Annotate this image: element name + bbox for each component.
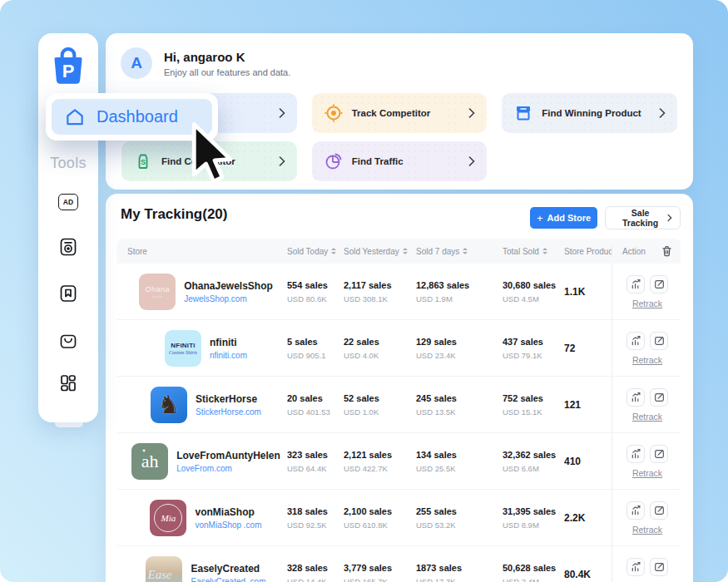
stats-button[interactable]	[626, 445, 645, 463]
total-sold-value: 30,680 sales	[503, 280, 564, 290]
total-sold-usd: USD 79.1K	[503, 351, 564, 360]
sold-7-days-value: 129 sales	[416, 337, 503, 347]
sort-icon	[542, 248, 547, 254]
product-scan-icon	[58, 237, 78, 257]
sale-tracking-label: Sale Tracking	[613, 208, 667, 228]
action-card-find-winning-product[interactable]: Find Winning Product	[502, 93, 677, 133]
svg-text:P: P	[62, 61, 75, 81]
column-header-store-products: Store Products	[564, 247, 612, 256]
store-logo: ♥ah	[131, 443, 168, 480]
store-logo: NFiNiTiCustom Shirts	[165, 330, 201, 367]
stats-button[interactable]	[626, 501, 645, 520]
chevron-right-icon	[279, 108, 285, 118]
column-header-sold-7-days[interactable]: Sold 7 days	[416, 247, 503, 256]
sold-7-days-value: 245 sales	[416, 393, 503, 403]
sidebar-item-ad-tool[interactable]: AD	[58, 191, 78, 213]
action-card-find-traffic[interactable]: Find Traffic	[312, 141, 488, 181]
trash-icon[interactable]	[661, 245, 672, 257]
sold-today-value: 328 sales	[287, 563, 344, 573]
sidebar-item-store[interactable]	[58, 329, 78, 351]
stats-button[interactable]	[626, 558, 645, 576]
chevron-right-icon	[667, 214, 672, 222]
total-sold-usd: USD 4.5M	[503, 294, 564, 303]
add-store-button[interactable]: + Add Store	[530, 207, 597, 229]
sort-icon	[331, 248, 336, 254]
edit-icon	[654, 505, 665, 515]
sidebar-item-product-scan[interactable]	[58, 236, 78, 258]
menu-item-dashboard[interactable]: Dashboard	[52, 99, 212, 135]
shopify-store-icon: S	[133, 151, 153, 171]
store-domain-link[interactable]: EaselyCreated .com	[191, 577, 265, 582]
column-header-total-sold[interactable]: Total Sold	[503, 247, 564, 256]
sold-7-days-usd: USD 17.3K	[416, 577, 503, 582]
tracking-title: My Tracking(20)	[121, 206, 228, 223]
retrack-link[interactable]: Retrack	[632, 525, 662, 535]
stats-button[interactable]	[626, 275, 645, 293]
avatar: A	[121, 47, 152, 79]
retrack-link[interactable]: Retrack	[632, 468, 662, 478]
store-products-count: 1.1K	[564, 286, 612, 298]
store-domain-link[interactable]: StickerHorse.com	[196, 407, 261, 417]
edit-button[interactable]	[650, 501, 668, 520]
svg-text:S: S	[141, 158, 146, 166]
edit-button[interactable]	[650, 558, 668, 576]
table-body: Ohanajewels OhanaJewelsShop JewelsShop.c…	[117, 264, 681, 582]
sale-tracking-button[interactable]: Sale Tracking	[605, 206, 681, 229]
retrack-link[interactable]: Retrack	[632, 298, 662, 308]
chevron-right-icon	[468, 108, 475, 118]
sold-yesterday-value: 2,117 sales	[344, 280, 416, 290]
total-sold-value: 31,395 sales	[503, 506, 564, 516]
store-name: StickerHorse	[196, 393, 261, 405]
edit-button[interactable]	[650, 388, 668, 407]
total-sold-value: 437 sales	[503, 337, 564, 347]
edit-icon	[654, 561, 665, 572]
edit-icon	[654, 279, 665, 289]
sold-today-value: 554 sales	[287, 280, 344, 290]
store-name: nfiniti	[210, 337, 247, 348]
apps-grid-icon	[58, 373, 78, 393]
sold-yesterday-value: 22 sales	[344, 337, 416, 347]
sold-today-usd: USD 905.1	[287, 351, 344, 360]
store-domain-link[interactable]: LoveFrom.com	[176, 464, 280, 473]
tracking-card: My Tracking(20) + Add Store Sale Trackin…	[106, 194, 693, 582]
chart-icon	[631, 561, 641, 572]
store-domain-link[interactable]: JewelsShop.com	[184, 294, 273, 303]
edit-button[interactable]	[650, 275, 668, 293]
store-domain-link[interactable]: vonMiaShop .com	[195, 520, 261, 530]
menu-item-label: Dashboard	[97, 107, 178, 126]
retrack-link[interactable]: Retrack	[632, 355, 662, 365]
edit-icon	[654, 335, 665, 346]
sold-yesterday-usd: USD 422.7K	[344, 464, 416, 473]
chart-icon	[631, 505, 641, 515]
total-sold-usd: USD 8.9M	[503, 520, 564, 530]
store-name: OhanaJewelsShop	[184, 280, 273, 292]
edit-button[interactable]	[650, 445, 668, 463]
sold-today-usd: USD 64.4K	[287, 464, 344, 473]
edit-button[interactable]	[650, 332, 668, 350]
sidebar-item-apps[interactable]	[58, 372, 78, 394]
sold-today-usd: USD 80.6K	[287, 294, 344, 303]
sold-yesterday-value: 2,100 sales	[344, 506, 416, 516]
stats-button[interactable]	[626, 332, 645, 350]
sold-today-value: 323 sales	[287, 450, 344, 460]
mouse-cursor-icon	[190, 121, 236, 185]
action-card-label: Find Traffic	[352, 156, 461, 166]
sold-7-days-usd: USD 13.5K	[416, 407, 503, 417]
table-row: ♥ah LoveFromAuntyHelen LoveFrom.com 323 …	[117, 432, 681, 489]
target-icon	[324, 103, 344, 123]
store-domain-link[interactable]: nfiniti.com	[210, 351, 247, 360]
total-sold-usd: USD 15.1K	[503, 407, 564, 417]
column-header-sold-today[interactable]: Sold Today	[287, 247, 344, 256]
sold-today-value: 20 sales	[287, 393, 344, 403]
store-logo: Ohanajewels	[139, 274, 176, 310]
chevron-right-icon	[659, 108, 666, 118]
sidebar-item-bookmarks[interactable]	[58, 283, 78, 304]
action-card-track-competitor[interactable]: Track Competitor	[312, 93, 488, 133]
total-sold-value: 32,362 sales	[503, 450, 564, 460]
column-header-sold-yesterday[interactable]: Sold Yesterday	[344, 247, 416, 256]
store-products-count: 121	[564, 399, 612, 411]
retrack-link[interactable]: Retrack	[632, 412, 662, 422]
edit-icon	[654, 392, 665, 402]
stats-button[interactable]	[626, 388, 645, 407]
table-row: NFiNiTiCustom Shirts nfiniti nfiniti.com…	[117, 319, 681, 376]
